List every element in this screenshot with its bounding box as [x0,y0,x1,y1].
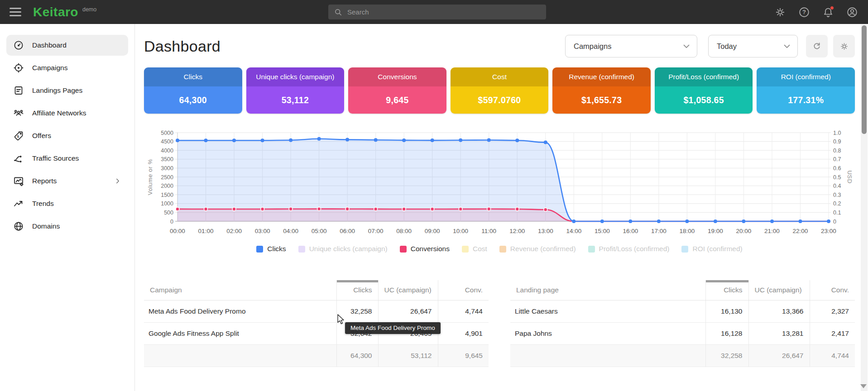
stat-card-label: Profit/Loss (confirmed) [655,67,753,86]
campaigns-select[interactable]: Campaigns [565,35,697,57]
stat-card-label: ROI (confirmed) [757,67,855,86]
sidebar-item-traffic-sources[interactable]: Traffic Sources [6,148,128,169]
table-row[interactable]: Papa Johns 16,128 13,281 2,417 [510,322,855,344]
sidebar-item-dashboard[interactable]: Dashboard [6,35,128,56]
main-content: Dashboard Campaigns Today [135,24,860,391]
svg-text:11:00: 11:00 [481,228,496,234]
legend-item-clicks[interactable]: Clicks [256,245,286,253]
col-header-campaign[interactable]: Campaign [144,280,336,300]
sidebar-item-trends[interactable]: Trends [6,193,128,214]
dashboard-chart: 5000450040003500300025002000150010005000… [144,127,855,244]
scroll-down-arrow-icon[interactable] [860,384,867,388]
logo-text: Keitaro [33,5,78,19]
svg-text:0.7: 0.7 [833,156,841,162]
svg-text:19:00: 19:00 [708,228,723,234]
svg-text:4000: 4000 [161,148,173,154]
sidebar-item-reports[interactable]: Reports [6,171,128,191]
table-row[interactable]: Meta Ads Food Delivery Promo 32,258 26,6… [144,300,489,322]
dashboard-settings-button[interactable] [833,35,855,57]
conv-total: 4,744 [810,344,855,367]
col-header-clicks[interactable]: Clicks [336,280,378,300]
svg-text:0.3: 0.3 [833,192,841,198]
legend-swatch [499,246,506,253]
svg-text:0.9: 0.9 [833,138,841,145]
stat-card-value: $1,058.65 [655,86,753,114]
conv-value: 2,327 [810,300,855,322]
stat-card-cost[interactable]: Cost $597.0760 [451,67,549,114]
dashboard-controls: Campaigns Today [565,35,855,57]
chevron-right-icon [114,177,122,185]
stat-card-conversions[interactable]: Conversions 9,645 [348,67,446,114]
svg-text:500: 500 [164,210,173,216]
uc-total: 53,112 [378,344,438,367]
vertical-scrollbar[interactable] [861,24,868,391]
stat-card-revenue[interactable]: Revenue (confirmed) $1,655.73 [552,67,651,114]
search-input[interactable] [347,8,541,16]
col-header-clicks[interactable]: Clicks [705,280,748,300]
campaign-name[interactable]: Google Ads Fitness App Split [144,322,336,344]
svg-text:23:00: 23:00 [821,228,836,234]
sidebar-item-domains[interactable]: Domains [6,216,128,237]
page-title: Dashboard [144,38,221,55]
sidebar-item-campaigns[interactable]: Campaigns [6,57,128,78]
daterange-select-value: Today [717,42,782,51]
svg-text:0.2: 0.2 [833,200,841,207]
menu-icon[interactable] [10,8,21,16]
legend-item-profit-loss[interactable]: Profit/Loss (confirmed) [588,245,670,253]
table-row[interactable]: Little Caesars 16,130 13,366 2,327 [510,300,855,322]
sidebar-item-offers[interactable]: $ Offers [6,125,128,146]
campaign-name[interactable]: Meta Ads Food Delivery Promo [144,300,336,322]
svg-text:1.0: 1.0 [833,130,841,136]
svg-text:10:00: 10:00 [453,228,468,234]
daterange-select[interactable]: Today [708,35,798,57]
help-icon[interactable]: ? [798,6,810,18]
col-header-uc-campaign[interactable]: UC (campaign) [378,280,438,300]
sidebar-item-affiliate-networks[interactable]: Affiliate Networks [6,103,128,124]
app-logo[interactable]: Keitaro demo [33,5,96,19]
legend-item-roi[interactable]: ROI (confirmed) [681,245,742,253]
page-icon [13,85,24,96]
bell-icon[interactable] [822,6,834,18]
scrollbar-thumb[interactable] [862,25,867,134]
legend-item-conversions[interactable]: Conversions [400,245,450,253]
legend-item-unique-clicks[interactable]: Unique clicks (campaign) [298,245,388,253]
hover-tooltip: Meta Ads Food Delivery Promo [345,322,441,334]
col-header-uc-campaign[interactable]: UC (campaign) [748,280,810,300]
topbar-icons: ? [774,0,858,24]
uc-value: 13,366 [748,300,810,322]
sidebar-item-landings-pages[interactable]: Landings Pages [6,80,128,101]
legend-swatch [681,246,688,253]
stat-card-label: Revenue (confirmed) [552,67,651,86]
stat-card-unique-clicks[interactable]: Unique clicks (campaign) 53,112 [246,67,345,114]
svg-text:1000: 1000 [161,200,173,207]
col-header-conv[interactable]: Conv. [438,280,489,300]
stat-card-value: 53,112 [246,86,345,114]
stat-card-clicks[interactable]: Clicks 64,300 [144,67,242,114]
landing-name[interactable]: Little Caesars [510,300,705,322]
legend-item-cost[interactable]: Cost [462,245,487,253]
env-label: demo [82,6,96,13]
search-box[interactable] [328,5,546,19]
col-header-conv[interactable]: Conv. [810,280,855,300]
refresh-button[interactable] [806,35,828,57]
clicks-total: 32,258 [705,344,748,367]
stat-card-roi[interactable]: ROI (confirmed) 177.31% [757,67,855,114]
user-icon[interactable] [846,6,858,18]
gear-icon[interactable] [774,6,786,18]
legend-item-revenue[interactable]: Revenue (confirmed) [499,245,576,253]
stat-card-label: Clicks [144,67,242,86]
sidebar: Dashboard Campaigns Landings Pages Affil… [0,24,135,391]
svg-text:5000: 5000 [161,130,173,136]
svg-text:20:00: 20:00 [736,228,752,234]
svg-text:07:00: 07:00 [368,228,384,234]
svg-text:1500: 1500 [161,192,173,198]
landing-name[interactable]: Papa Johns [510,322,705,344]
report-icon [13,176,24,186]
svg-text:2500: 2500 [161,174,173,181]
stat-card-profit-loss[interactable]: Profit/Loss (confirmed) $1,058.65 [655,67,753,114]
sidebar-item-label: Landings Pages [32,86,82,95]
col-header-landing-page[interactable]: Landing page [510,280,705,300]
stat-card-value: $597.0760 [451,86,549,114]
svg-text:12:00: 12:00 [509,228,525,234]
svg-text:2000: 2000 [161,183,173,189]
